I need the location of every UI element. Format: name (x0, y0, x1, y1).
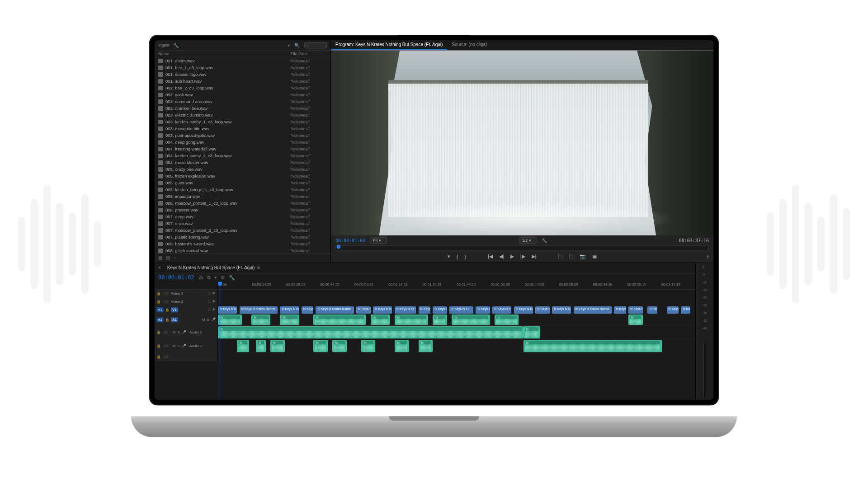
audio-clip[interactable]: fx (524, 326, 540, 338)
eye-icon[interactable]: 👁 (212, 308, 216, 312)
media-file-row[interactable]: 005. guns.wav/Volumes/f (155, 179, 330, 186)
media-file-row[interactable]: 001. cosmic logo.wav/Volumes/f (155, 71, 330, 78)
track-a2[interactable]: fxfx (218, 326, 695, 339)
add-marker-icon[interactable]: ▾ (448, 253, 450, 259)
video-clip[interactable]: fx Keys N Krates Nothin (240, 306, 278, 314)
lock-icon[interactable]: 🔒 (165, 308, 170, 312)
voiceover-icon[interactable]: 🎤 (182, 344, 186, 348)
toggle-output-icon[interactable]: □ (208, 308, 210, 312)
lock-icon[interactable]: 🔒 (156, 344, 161, 348)
video-clip[interactable]: fx Keys N Kr (395, 306, 416, 314)
step-back-icon[interactable]: ◀| (499, 253, 504, 259)
media-file-row[interactable]: 003. post-apocalyptic.wav/Volumes/f (155, 132, 330, 139)
audio-clip[interactable]: fx (433, 314, 447, 325)
media-file-row[interactable]: 003. electric domino.wav/Volumes/f (155, 112, 330, 118)
track-header-v2[interactable]: 🔒 V2 Video 2 □👁 (155, 298, 218, 305)
play-icon[interactable]: ▶ (510, 253, 514, 259)
lift-icon[interactable]: ⬚ (558, 253, 562, 259)
video-clip[interactable]: fx Keys N (419, 306, 430, 314)
track-a3[interactable]: fxfxfxfxfxfxfxfxfx (218, 339, 695, 352)
track-header-a1[interactable]: A1 🔒 A1 MS🎤 (155, 314, 218, 325)
audio-clip[interactable]: fx (361, 340, 376, 352)
column-path[interactable]: File Path (291, 52, 327, 56)
audio-clip[interactable]: fx (419, 340, 433, 352)
audio-clip[interactable]: fx (313, 340, 328, 352)
wrench-icon[interactable]: 🔧 (542, 238, 547, 243)
mark-in-icon[interactable]: { (457, 254, 458, 259)
lock-icon[interactable]: 🔒 (156, 291, 161, 296)
media-file-row[interactable]: 007. plastic spring.wav/Volumes/f (155, 234, 330, 240)
media-file-row[interactable]: 002. bee_2_c3_loop.wav/Volumes/f (155, 84, 330, 91)
filter-icon[interactable]: ▾ (288, 43, 290, 48)
eye-icon[interactable]: 👁 (212, 300, 216, 304)
audio-clip[interactable]: fx (270, 340, 285, 352)
column-name[interactable]: Name (158, 52, 291, 56)
track-a1[interactable]: fxfxfxfxfxfxfxfxfxfx (218, 314, 695, 325)
audio-clip[interactable]: fx (313, 314, 366, 325)
media-file-row[interactable]: 002. cash.wav/Volumes/f (155, 91, 330, 98)
voiceover-icon[interactable]: 🎤 (182, 330, 186, 334)
video-clip[interactable]: fx Keys N (667, 306, 679, 314)
audio-clip[interactable]: fx (256, 340, 265, 352)
media-file-row[interactable]: 001. alarm.wav/Volumes/f (155, 57, 330, 64)
export-frame-icon[interactable]: 📷 (580, 253, 586, 259)
media-file-row[interactable]: 005. london_bridge_1_c3_loop.wav/Volumes… (155, 186, 330, 193)
video-clip[interactable]: fx Keys N Krates Nothin (316, 306, 354, 314)
media-file-row[interactable]: 004. deep gong.wav/Volumes/f (155, 139, 330, 145)
settings-icon[interactable]: ⚙ (221, 275, 225, 281)
track-v1[interactable]: fx Keys N Krfx Keys N Krates Nothinfx Ke… (218, 306, 695, 314)
video-clip[interactable]: fx Keys N (647, 306, 657, 314)
audio-clip[interactable]: fx (628, 314, 643, 325)
media-file-row[interactable]: 004. micro blaster.wav/Volumes/f (155, 159, 330, 166)
media-file-row[interactable]: 001. sub heart.wav/Volumes/f (155, 78, 330, 84)
media-file-row[interactable]: 002. drunken bee.wav/Volumes/f (155, 105, 330, 112)
track-header-v1[interactable]: V1 🔒 V1 □👁 (155, 306, 218, 314)
track-header-v3[interactable]: 🔒 V3 Video 3 □👁 (155, 290, 218, 297)
comparison-icon[interactable]: ▣ (592, 253, 597, 259)
lock-icon[interactable]: 🔒 (156, 300, 161, 304)
video-clip[interactable]: fx Keys N Kr (218, 306, 237, 314)
media-file-row[interactable]: 006. present.wav/Volumes/f (155, 206, 330, 213)
wrench-icon[interactable]: 🔧 (173, 43, 179, 48)
linked-selection-icon[interactable]: ⧉ (207, 275, 211, 281)
zoom-ratio-select[interactable]: 1/2 ▾ (519, 237, 537, 244)
timeline-playhead[interactable] (220, 282, 220, 400)
search-icon[interactable]: 🔍 (294, 43, 300, 48)
video-clip[interactable]: fx Keys N (614, 306, 626, 314)
mute-icon[interactable]: M (173, 344, 176, 348)
media-file-list[interactable]: 001. alarm.wav/Volumes/f001. bee_1_c3_lo… (155, 57, 330, 253)
audio-clip[interactable]: fx (524, 340, 662, 352)
audio-clip[interactable]: fx (371, 314, 390, 325)
eye-icon[interactable]: 👁 (212, 291, 216, 296)
search-input[interactable]: ⌕ (304, 42, 327, 48)
video-clip[interactable]: fx Keys N Kr (373, 306, 392, 314)
audio-clip[interactable]: fx (452, 314, 490, 325)
media-file-row[interactable]: 002. command area.wav/Volumes/f (155, 98, 330, 105)
wrench-icon[interactable]: 🔧 (229, 275, 235, 281)
media-file-row[interactable]: 005. frozen explosion.wav/Volumes/f (155, 173, 330, 179)
toggle-output-icon[interactable]: □ (208, 291, 210, 296)
media-file-row[interactable]: 004. london_amby_2_c3_loop.wav/Volumes/f (155, 152, 330, 159)
video-clip[interactable]: fx Keys N (476, 306, 490, 314)
sequence-tab[interactable]: Keys N Krates Nothing But Space (Ft. Aqu… (165, 264, 263, 271)
video-clip[interactable]: fx Keys N (433, 306, 447, 314)
close-icon[interactable]: ≡ (257, 265, 260, 270)
scrub-playhead[interactable] (337, 245, 340, 249)
media-file-row[interactable]: 007. deep.wav/Volumes/f (155, 213, 330, 220)
solo-icon[interactable]: S (178, 330, 180, 334)
add-button-icon[interactable]: + (706, 253, 710, 260)
media-file-row[interactable]: 003. london_amby_1_c3_loop.wav/Volumes/f (155, 118, 330, 125)
video-clip[interactable]: fx Keys N (535, 306, 550, 314)
marker-icon[interactable]: ▾ (214, 275, 217, 281)
media-file-row[interactable]: 005. crazy bee.wav/Volumes/f (155, 166, 330, 173)
media-file-row[interactable]: 003. mosquito bite.wav/Volumes/f (155, 125, 330, 132)
audio-clip[interactable]: fx (237, 340, 249, 352)
go-to-in-icon[interactable]: |◀ (488, 253, 493, 259)
voiceover-icon[interactable]: 🎤 (211, 318, 216, 322)
track-v3[interactable] (218, 290, 695, 298)
audio-clip[interactable]: fx (395, 314, 428, 325)
mark-out-icon[interactable]: } (464, 254, 466, 259)
media-file-row[interactable]: 004. freezing waterfall.wav/Volumes/f (155, 145, 330, 152)
thumb-view-icon[interactable]: ▤ (166, 255, 170, 260)
audio-clip[interactable]: fx (251, 314, 270, 325)
